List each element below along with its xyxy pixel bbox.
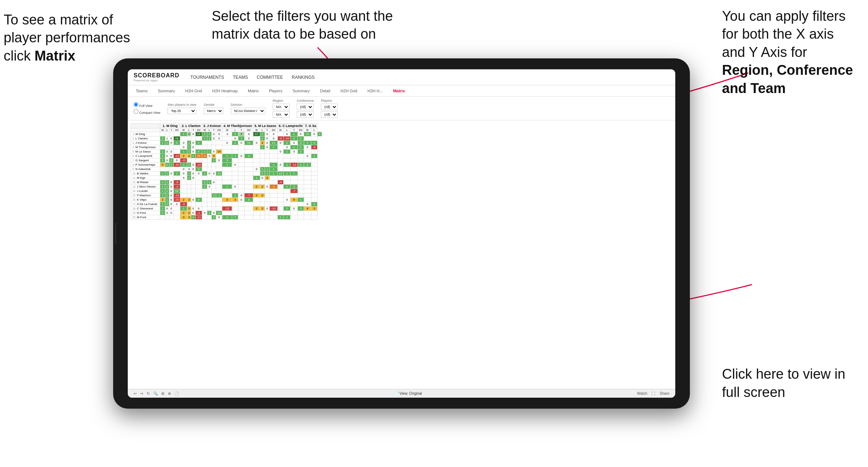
tool-add[interactable]: ⊕ xyxy=(168,391,171,395)
data-cell: 0 xyxy=(212,136,216,141)
data-cell xyxy=(277,193,284,198)
data-cell xyxy=(165,215,169,220)
view-full-label[interactable]: Full View xyxy=(134,102,160,108)
tool-clock[interactable]: 🕐 xyxy=(174,391,179,395)
tab-h2h-heatmap[interactable]: H2H Heatmap xyxy=(210,88,240,94)
data-cell xyxy=(202,158,207,163)
data-cell: 1 xyxy=(291,145,297,150)
data-cell: 0 xyxy=(212,180,216,185)
data-cell: 4 xyxy=(304,207,311,211)
filter-max-players-select[interactable]: Top 25 xyxy=(168,108,196,114)
data-cell: 1 xyxy=(187,141,191,145)
data-cell: 2 xyxy=(253,193,260,198)
tab-matrix1[interactable]: Matrix xyxy=(246,88,261,94)
data-cell: 2 xyxy=(160,158,165,163)
filter-division-select[interactable]: NCAA Division I xyxy=(231,108,265,114)
view-full-radio[interactable] xyxy=(134,102,138,107)
data-cell xyxy=(297,193,304,198)
data-cell: 24 xyxy=(195,154,202,158)
view-compact-label[interactable]: Compact View xyxy=(134,109,160,115)
annotation-topleft: To see a matrix of player performances c… xyxy=(4,11,135,65)
tool-undo[interactable]: ↩ xyxy=(134,391,137,395)
data-cell xyxy=(304,158,311,163)
tab-teams[interactable]: Teams xyxy=(134,88,150,94)
tab-detail[interactable]: Detail xyxy=(318,88,333,94)
nav-committee[interactable]: COMMITTEE xyxy=(257,75,283,80)
data-cell xyxy=(311,215,318,220)
data-cell: 0 xyxy=(191,163,195,167)
data-cell: 0 xyxy=(191,176,195,180)
tab-matrix-active[interactable]: Matrix xyxy=(391,88,407,94)
data-cell: 0 xyxy=(191,150,195,154)
data-cell xyxy=(216,145,222,150)
player-name-cell: 11. M Ege xyxy=(131,176,160,180)
fullscreen-button[interactable]: ⛶ xyxy=(652,391,655,395)
data-cell: 7 xyxy=(232,215,238,220)
filter-gender-select[interactable]: Men's xyxy=(204,108,223,114)
player-name-cell: 15. P Maichon xyxy=(131,193,160,198)
data-cell: 1 xyxy=(202,185,207,189)
data-cell xyxy=(311,189,318,193)
tool-crop[interactable]: ⊞ xyxy=(161,391,164,395)
logo-sub: Powered by clippd xyxy=(134,79,157,82)
sub-w4: W xyxy=(222,128,232,132)
data-cell xyxy=(169,145,173,150)
sub-t6: T xyxy=(291,128,297,132)
data-cell xyxy=(222,145,232,150)
data-cell xyxy=(253,145,260,150)
data-cell xyxy=(222,180,232,185)
data-cell xyxy=(232,202,238,207)
tool-redo[interactable]: ↪ xyxy=(140,391,143,395)
data-cell xyxy=(297,202,304,207)
nav-rankings[interactable]: RANKINGS xyxy=(292,75,315,80)
sub-dif3: Dif xyxy=(216,128,222,132)
data-cell xyxy=(173,176,180,180)
watch-button[interactable]: Watch xyxy=(637,391,647,395)
share-button[interactable]: Share xyxy=(660,391,669,395)
tab-h2h-grid2[interactable]: H2H Grid xyxy=(338,88,360,94)
tab-h2h-grid1[interactable]: H2H Grid xyxy=(183,88,204,94)
filter-conference-select2[interactable]: (All) xyxy=(297,111,314,118)
view-full-text: Full View xyxy=(139,104,153,108)
view-compact-radio[interactable] xyxy=(134,109,138,114)
tab-summary2[interactable]: Summary xyxy=(291,88,312,94)
data-cell xyxy=(216,202,222,207)
data-cell xyxy=(291,167,297,171)
data-cell xyxy=(191,193,195,198)
data-cell xyxy=(291,215,297,220)
data-cell xyxy=(207,167,212,171)
data-cell xyxy=(195,158,202,163)
filter-region: Region N/A N/A xyxy=(273,99,289,118)
filter-region-select2[interactable]: N/A xyxy=(273,111,289,118)
data-cell xyxy=(212,167,216,171)
data-cell xyxy=(216,141,222,145)
nav-tournaments[interactable]: TOURNAMENTS xyxy=(191,75,224,80)
nav-teams[interactable]: TEAMS xyxy=(233,75,248,80)
view-original-label[interactable]: View: Original xyxy=(399,391,422,395)
tool-refresh[interactable]: ↻ xyxy=(147,391,150,395)
filter-conference-select1[interactable]: (All) xyxy=(297,104,314,110)
table-row: 6. C Lamprecht100-1324124305110601 xyxy=(131,154,322,158)
data-cell: 1 xyxy=(187,176,191,180)
tab-h2h-h[interactable]: H2H H... xyxy=(365,88,385,94)
data-cell: -7 xyxy=(291,189,297,193)
data-cell: 1 xyxy=(165,136,169,141)
tab-summary1[interactable]: Summary xyxy=(155,88,177,94)
data-cell: 1 xyxy=(173,171,180,176)
data-cell: 1 xyxy=(311,154,318,158)
tab-players[interactable]: Players xyxy=(267,88,285,94)
data-cell xyxy=(187,185,191,189)
data-cell xyxy=(311,198,318,202)
filter-region-select1[interactable]: N/A xyxy=(273,104,289,110)
data-cell xyxy=(304,189,311,193)
data-cell: 1 xyxy=(187,150,191,154)
data-cell: -6 xyxy=(311,145,318,150)
tool-search[interactable]: 🔍 xyxy=(153,391,158,395)
data-cell xyxy=(260,211,265,215)
data-cell xyxy=(238,189,245,193)
filter-players-select2[interactable]: (All) xyxy=(321,111,338,118)
data-cell xyxy=(212,189,216,193)
data-cell: 3 xyxy=(160,198,165,202)
data-cell xyxy=(160,145,165,150)
filter-players-select1[interactable]: (All) xyxy=(321,104,338,110)
